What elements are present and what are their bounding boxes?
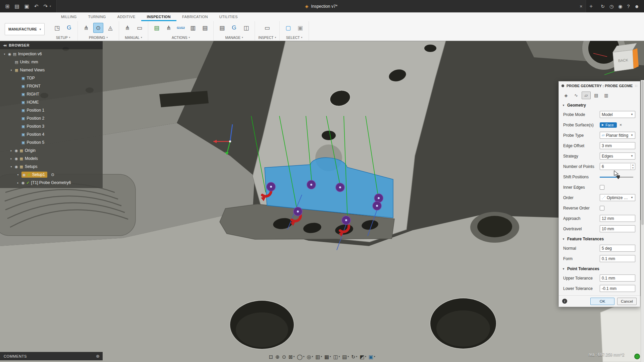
tab-utilities[interactable]: UTILITIES xyxy=(214,12,244,21)
view-icon[interactable]: ▣ xyxy=(21,76,25,80)
folder-icon[interactable]: ▦ xyxy=(20,149,23,153)
comments-bar[interactable]: COMMENTS ⊕ xyxy=(0,352,103,360)
tab-additive[interactable]: ADDITIVE xyxy=(112,12,141,21)
orbit-icon[interactable]: ◯▾ xyxy=(297,354,304,359)
inner-edges-checkbox[interactable] xyxy=(600,185,604,190)
view-icon[interactable]: ▣ xyxy=(21,101,25,104)
steps-icon[interactable]: ▤▾ xyxy=(342,354,349,359)
section-header-geometry[interactable]: ▼Geometry xyxy=(559,101,640,109)
browser-item-front[interactable]: ▣FRONT xyxy=(0,82,103,90)
browser-item-models[interactable]: ▸◉▦Models xyxy=(0,155,103,163)
viewports-icon[interactable]: ◫▾ xyxy=(333,354,340,359)
expand-arrow[interactable]: ▸ xyxy=(16,181,20,184)
app-menu-icon[interactable]: ⊞ xyxy=(5,4,10,9)
scrollbar-thumb[interactable] xyxy=(641,81,644,225)
browser-item-position-1[interactable]: ▣Position 1 xyxy=(0,106,103,114)
section-icon[interactable]: ◩▾ xyxy=(360,354,366,359)
folder-icon[interactable]: ▦ xyxy=(15,68,18,72)
reverse-order-checkbox[interactable] xyxy=(600,206,604,210)
look-at-icon[interactable]: ◎▾ xyxy=(307,354,313,359)
edge-offset-input[interactable]: 3 mm xyxy=(600,142,635,149)
tab-tool-icon[interactable]: ◈ xyxy=(561,92,571,99)
upper-tolerance-input[interactable]: 0.1 mm xyxy=(600,275,635,282)
expand-arrow[interactable]: ▸ xyxy=(9,157,13,160)
browser-item-units-mm[interactable]: ▤Units: mm xyxy=(0,58,103,66)
zoom-window-icon[interactable]: ⊠▾ xyxy=(288,354,294,359)
browser-item-home[interactable]: ▣HOME xyxy=(0,98,103,106)
probe-mode-dropdown[interactable]: Model▼ xyxy=(600,111,635,118)
notifications-icon[interactable]: ◉ xyxy=(618,4,622,9)
doc-icon[interactable]: ▤ xyxy=(15,60,18,64)
folder-icon[interactable]: ▦ xyxy=(20,157,23,161)
dialog-grip-icon[interactable]: ∷ xyxy=(635,84,637,88)
generate-icon[interactable]: ▤ xyxy=(152,23,162,33)
close-document-icon[interactable]: × xyxy=(580,4,582,9)
number-of-points-input[interactable]: 6▲▼ xyxy=(600,163,635,170)
eye-icon[interactable]: ◉ xyxy=(15,165,18,169)
refresh-icon[interactable]: ↻▾ xyxy=(351,354,357,359)
ribbon-group-label-manage[interactable]: MANAGE ▾ xyxy=(217,35,251,40)
view-icon[interactable]: ▣ xyxy=(21,109,25,112)
view-icon[interactable]: ▣ xyxy=(21,117,25,120)
new-document-tab-button[interactable]: + xyxy=(586,3,596,10)
fit-view-icon[interactable]: ⊡ xyxy=(269,354,273,359)
normal-input[interactable]: 5 deg xyxy=(600,245,635,252)
browser-item-setup1[interactable]: ▾◉✓Setup1⊙ xyxy=(0,171,103,179)
add-comment-icon[interactable]: ⊕ xyxy=(96,354,100,359)
ribbon-group-label-manual[interactable]: MANUAL ▾ xyxy=(122,35,145,40)
tab-inspection[interactable]: INSPECTION xyxy=(141,12,176,21)
probe-geometry-icon[interactable]: ⊙ xyxy=(93,23,103,33)
eye-icon[interactable]: ◉ xyxy=(15,157,18,161)
tab-milling[interactable]: MILLING xyxy=(55,12,83,21)
pan-icon[interactable]: ⊕ xyxy=(275,354,280,359)
probe-surface-chip[interactable]: ▶Face xyxy=(600,122,617,128)
browser-item-position-5[interactable]: ▣Position 5 xyxy=(0,138,103,146)
tab-passes-icon[interactable]: ▥ xyxy=(602,92,611,99)
measure-icon[interactable]: ▭ xyxy=(262,23,272,33)
ribbon-group-label-setup[interactable]: SETUP ▾ xyxy=(52,35,74,40)
redo-icon-caret[interactable]: ▾ xyxy=(50,5,51,8)
expand-arrow[interactable]: ▸ xyxy=(9,149,13,152)
ribbon-group-label-actions[interactable]: ACTIONS ▾ xyxy=(152,35,210,40)
manual-inspect-icon[interactable]: ⋔ xyxy=(122,23,132,33)
expand-arrow[interactable]: ▾ xyxy=(3,53,6,56)
expand-arrow[interactable]: ▾ xyxy=(9,69,13,72)
cancel-button[interactable]: Cancel xyxy=(617,298,637,305)
window-select-icon[interactable]: ▢ xyxy=(283,23,293,33)
browser-item-origin[interactable]: ▸◉▦Origin xyxy=(0,146,103,155)
browser-item-right[interactable]: ▣RIGHT xyxy=(0,90,103,98)
ribbon-group-label-probing[interactable]: PROBING ▾ xyxy=(81,35,115,40)
eye-icon[interactable]: ◉ xyxy=(8,52,11,56)
view-icon[interactable]: ▣ xyxy=(21,93,25,96)
probe-type-dropdown[interactable]: ▱Planar fitting▼ xyxy=(600,132,635,139)
check-icon[interactable]: ✓ xyxy=(26,181,30,185)
inspection-doc-icon[interactable]: G xyxy=(64,23,74,33)
form-input[interactable]: 0.1 mm xyxy=(600,255,635,262)
shift-positions-slider-thumb[interactable] xyxy=(617,175,620,179)
browser-item-position-3[interactable]: ▣Position 3 xyxy=(0,122,103,130)
tab-geometry-icon[interactable]: ▱ xyxy=(582,92,591,99)
ribbon-group-label-select[interactable]: SELECT ▾ xyxy=(283,35,305,40)
tab-fabrication[interactable]: FABRICATION xyxy=(176,12,214,21)
zoom-icon[interactable]: ⊙ xyxy=(282,354,286,359)
new-setup-icon[interactable]: ◳ xyxy=(52,23,62,33)
ok-button[interactable]: OK xyxy=(590,298,614,305)
section-header-point-tolerances[interactable]: ▼Point Tolerances xyxy=(559,265,640,273)
approach-input[interactable]: 12 mm xyxy=(600,215,635,222)
simulate-display-icon[interactable]: ▣▾ xyxy=(369,354,375,359)
strategy-dropdown[interactable]: Edges▼ xyxy=(600,153,635,160)
freeform-select-icon[interactable]: ▣ xyxy=(295,23,305,33)
browser-item-position-2[interactable]: ▣Position 2 xyxy=(0,114,103,122)
save-icon[interactable]: ▣ xyxy=(24,4,29,9)
folder-icon[interactable]: ▦ xyxy=(20,165,23,169)
section-header-feature-tolerances[interactable]: ▼Feature Tolerances xyxy=(559,235,640,243)
probe-wcs-icon[interactable]: ⋔ xyxy=(81,23,91,33)
expand-arrow[interactable]: ▾ xyxy=(16,173,20,176)
view-icon[interactable]: ▣ xyxy=(21,125,25,128)
tab-turning[interactable]: TURNING xyxy=(83,12,112,21)
browser-item-t1-probe-geometry6[interactable]: ▸◉✓[T1] Probe Geometry6 xyxy=(0,179,103,187)
post-process-icon[interactable]: G1G2 xyxy=(176,23,186,33)
ribbon-group-label-inspect[interactable]: INSPECT ▾ xyxy=(258,35,276,40)
profile-icon[interactable]: ☻ xyxy=(634,4,639,9)
file-new-icon[interactable]: ▤ xyxy=(15,4,19,9)
